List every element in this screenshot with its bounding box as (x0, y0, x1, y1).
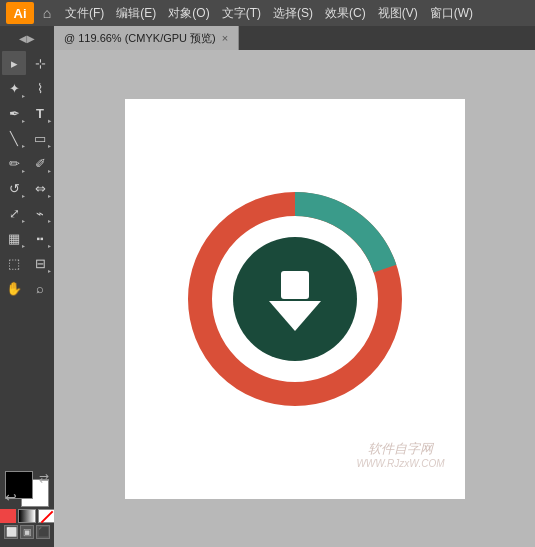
reflect-tool[interactable]: ⇔▸ (28, 176, 52, 200)
tool-row-4: ╲▸ ▭▸ (0, 126, 54, 150)
selection-tool[interactable]: ▸ (2, 51, 26, 75)
artboard: 软件自字网 WWW.RJzxW.COM (125, 99, 465, 499)
paintbrush-tool[interactable]: ✏▸ (2, 151, 26, 175)
pencil-tool[interactable]: ✐▸ (28, 151, 52, 175)
document-tab[interactable]: @ 119.66% (CMYK/GPU 预览) × (54, 26, 239, 50)
tool-row-3: ✒▸ T▸ (0, 101, 54, 125)
color-mode-button[interactable] (0, 509, 16, 523)
app-logo: Ai (6, 2, 34, 24)
tool-row-1: ▸ ⊹ (0, 51, 54, 75)
watermark-line1: 软件自字网 (356, 440, 444, 458)
menu-window[interactable]: 窗口(W) (425, 3, 478, 24)
tool-row-9: ⬚ ⊟▸ (0, 251, 54, 275)
tool-row-7: ⤢▸ ⌁▸ (0, 201, 54, 225)
circle-graphic (185, 189, 405, 409)
reset-colors-icon[interactable]: ↩ (5, 489, 17, 505)
menu-type[interactable]: 文字(T) (217, 3, 266, 24)
tab-bar: @ 119.66% (CMYK/GPU 预览) × (54, 26, 535, 50)
tool-row-6: ↺▸ ⇔▸ (0, 176, 54, 200)
bar-graph-tool[interactable]: ▪▪▸ (28, 226, 52, 250)
title-bar: Ai ⌂ 文件(F) 编辑(E) 对象(O) 文字(T) 选择(S) 效果(C)… (0, 0, 535, 26)
tab-close-button[interactable]: × (222, 32, 228, 44)
tab-label: @ 119.66% (CMYK/GPU 预览) (64, 31, 216, 46)
swap-colors-icon[interactable]: ⇄ (39, 471, 49, 485)
watermark-line2: WWW.RJzxW.COM (356, 458, 444, 469)
menu-select[interactable]: 选择(S) (268, 3, 318, 24)
toolbar-collapse[interactable]: ◀▶ (0, 30, 54, 46)
tool-row-2: ✦▸ ⌇ (0, 76, 54, 100)
full-screen-button[interactable]: ⬛ (36, 525, 50, 539)
full-screen-menu-button[interactable]: ▣ (20, 525, 34, 539)
watermark: 软件自字网 WWW.RJzxW.COM (356, 440, 444, 469)
toolbar: ◀▶ ▸ ⊹ ✦▸ ⌇ ✒▸ T▸ ╲▸ ▭▸ ✏▸ ✐▸ ↺▸ ⇔▸ ⤢▸ ⌁ (0, 26, 54, 547)
slice-tool[interactable]: ⊟▸ (28, 251, 52, 275)
gradient-mode-button[interactable] (18, 509, 36, 523)
app-body: ◀▶ ▸ ⊹ ✦▸ ⌇ ✒▸ T▸ ╲▸ ▭▸ ✏▸ ✐▸ ↺▸ ⇔▸ ⤢▸ ⌁ (0, 26, 535, 547)
normal-screen-button[interactable]: ⬜ (4, 525, 18, 539)
color-swatches: ↩ ⇄ (5, 471, 49, 507)
screen-mode-row: ⬜ ▣ ⬛ (4, 525, 50, 539)
direct-selection-tool[interactable]: ⊹ (28, 51, 52, 75)
menu-edit[interactable]: 编辑(E) (111, 3, 161, 24)
zoom-tool[interactable]: ⌕ (28, 276, 52, 300)
line-tool[interactable]: ╲▸ (2, 126, 26, 150)
shape-tool[interactable]: ▭▸ (28, 126, 52, 150)
canvas-content: 软件自字网 WWW.RJzxW.COM (54, 50, 535, 547)
rotate-tool[interactable]: ↺▸ (2, 176, 26, 200)
warp-tool[interactable]: ⌁▸ (28, 201, 52, 225)
scale-tool[interactable]: ⤢▸ (2, 201, 26, 225)
tool-row-10: ✋ ⌕ (0, 276, 54, 300)
home-icon[interactable]: ⌂ (38, 4, 56, 22)
menu-bar: 文件(F) 编辑(E) 对象(O) 文字(T) 选择(S) 效果(C) 视图(V… (60, 3, 529, 24)
menu-file[interactable]: 文件(F) (60, 3, 109, 24)
color-area: ↩ ⇄ ⬜ ▣ ⬛ (0, 471, 54, 543)
tool-row-5: ✏▸ ✐▸ (0, 151, 54, 175)
canvas-area: @ 119.66% (CMYK/GPU 预览) × (54, 26, 535, 547)
color-mode-row (0, 509, 56, 523)
svg-rect-0 (281, 271, 309, 299)
graph-tool[interactable]: ▦▸ (2, 226, 26, 250)
menu-effect[interactable]: 效果(C) (320, 3, 371, 24)
lasso-tool[interactable]: ⌇ (28, 76, 52, 100)
tool-row-8: ▦▸ ▪▪▸ (0, 226, 54, 250)
hand-tool[interactable]: ✋ (2, 276, 26, 300)
artboard-tool[interactable]: ⬚ (2, 251, 26, 275)
graphic-svg (185, 189, 405, 409)
menu-object[interactable]: 对象(O) (163, 3, 214, 24)
magic-wand-tool[interactable]: ✦▸ (2, 76, 26, 100)
pen-tool[interactable]: ✒▸ (2, 101, 26, 125)
menu-view[interactable]: 视图(V) (373, 3, 423, 24)
type-tool[interactable]: T▸ (28, 101, 52, 125)
